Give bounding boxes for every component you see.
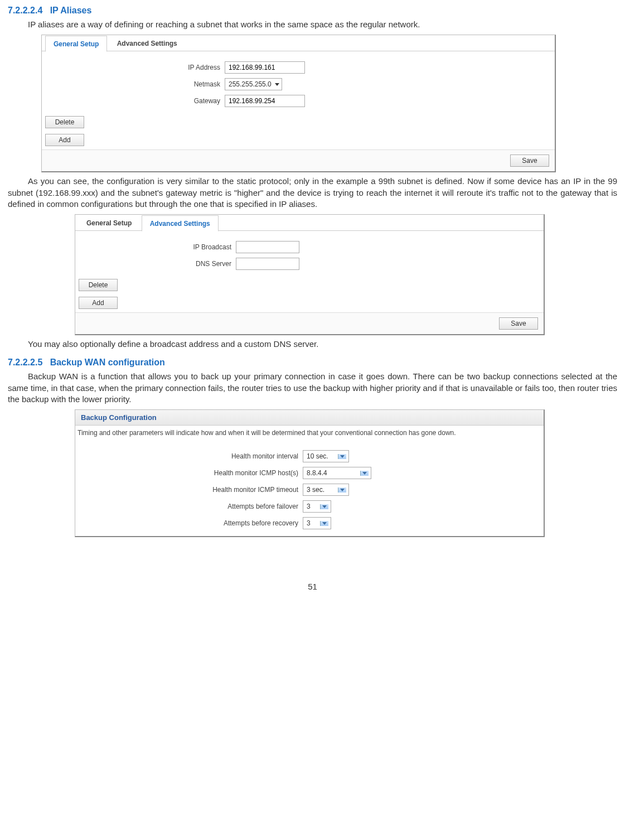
add-button[interactable]: Add bbox=[45, 134, 84, 146]
select-recovery[interactable]: 3 bbox=[303, 517, 331, 529]
row-recovery: Attempts before recovery 3 bbox=[75, 517, 544, 529]
select-netmask-value: 255.255.255.0 bbox=[229, 80, 272, 88]
section-heading-ip-aliases: 7.2.2.2.4 IP Aliases bbox=[8, 6, 617, 16]
input-ip-address[interactable] bbox=[225, 61, 305, 74]
label-health-timeout: Health monitor ICMP timeout bbox=[75, 486, 303, 494]
panel-note: Timing and other parameters will indicat… bbox=[75, 426, 544, 440]
tab-bar: General Setup Advanced Settings bbox=[42, 35, 555, 51]
add-button[interactable]: Add bbox=[79, 297, 118, 309]
paragraph: You may also optionally define a broadca… bbox=[8, 339, 617, 350]
label-gateway: Gateway bbox=[42, 97, 225, 105]
select-health-interval[interactable]: 10 sec. bbox=[303, 450, 349, 462]
tab-advanced-settings[interactable]: Advanced Settings bbox=[142, 215, 219, 231]
backup-configuration-panel: Backup Configuration Timing and other pa… bbox=[75, 409, 545, 537]
select-health-timeout[interactable]: 3 sec. bbox=[303, 484, 349, 496]
page-number: 51 bbox=[8, 582, 617, 591]
section-heading-backup-wan: 7.2.2.2.5 Backup WAN configuration bbox=[8, 358, 617, 368]
label-health-interval: Health monitor interval bbox=[75, 452, 303, 460]
select-value: 3 bbox=[307, 503, 317, 510]
heading-number: 7.2.2.2.4 bbox=[8, 6, 42, 15]
select-netmask[interactable]: 255.255.255.0 bbox=[225, 78, 282, 90]
select-failover[interactable]: 3 bbox=[303, 500, 331, 513]
chevron-down-icon bbox=[322, 505, 327, 508]
save-bar: Save bbox=[75, 312, 544, 334]
panel-title: Backup Configuration bbox=[75, 410, 544, 426]
heading-number: 7.2.2.2.5 bbox=[8, 358, 42, 367]
save-bar: Save bbox=[42, 149, 555, 171]
label-health-host: Health monitor ICMP host(s) bbox=[75, 469, 303, 477]
input-dns-server[interactable] bbox=[236, 258, 299, 270]
label-ip-broadcast: IP Broadcast bbox=[75, 243, 236, 251]
chevron-down-icon bbox=[275, 83, 279, 86]
save-button[interactable]: Save bbox=[499, 317, 538, 330]
row-gateway: Gateway bbox=[42, 95, 555, 107]
chevron-down-icon bbox=[340, 489, 345, 491]
delete-button[interactable]: Delete bbox=[79, 279, 118, 291]
chevron-down-icon bbox=[340, 455, 345, 458]
label-netmask: Netmask bbox=[42, 80, 225, 88]
select-value: 3 bbox=[307, 519, 317, 527]
tab-general-setup[interactable]: General Setup bbox=[45, 36, 107, 52]
row-health-host: Health monitor ICMP host(s) 8.8.4.4 bbox=[75, 467, 544, 479]
row-ip-broadcast: IP Broadcast bbox=[75, 241, 544, 253]
select-health-host[interactable]: 8.8.4.4 bbox=[303, 467, 371, 479]
row-netmask: Netmask 255.255.255.0 bbox=[42, 78, 555, 90]
select-value: 3 sec. bbox=[307, 486, 335, 494]
select-value: 10 sec. bbox=[307, 452, 335, 460]
input-gateway[interactable] bbox=[225, 95, 305, 107]
heading-text: IP Aliases bbox=[50, 6, 92, 15]
row-failover: Attempts before failover 3 bbox=[75, 500, 544, 513]
paragraph: Backup WAN is a function that allows you… bbox=[8, 371, 617, 405]
row-dns-server: DNS Server bbox=[75, 258, 544, 270]
label-recovery: Attempts before recovery bbox=[75, 519, 303, 527]
delete-button[interactable]: Delete bbox=[45, 116, 84, 128]
tab-advanced-settings[interactable]: Advanced Settings bbox=[109, 36, 185, 51]
row-health-timeout: Health monitor ICMP timeout 3 sec. bbox=[75, 484, 544, 496]
ip-alias-advanced-panel: General Setup Advanced Settings IP Broad… bbox=[75, 214, 545, 335]
row-ip-address: IP Address bbox=[42, 61, 555, 74]
select-value: 8.8.4.4 bbox=[307, 469, 357, 477]
paragraph: IP aliases are a way of defining or reac… bbox=[8, 19, 617, 30]
label-dns-server: DNS Server bbox=[75, 260, 236, 268]
ip-alias-general-panel: General Setup Advanced Settings IP Addre… bbox=[41, 35, 556, 172]
tab-general-setup[interactable]: General Setup bbox=[79, 215, 139, 230]
paragraph: As you can see, the configuration is ver… bbox=[8, 176, 617, 210]
tab-bar: General Setup Advanced Settings bbox=[75, 215, 544, 231]
chevron-down-icon bbox=[362, 472, 367, 475]
input-ip-broadcast[interactable] bbox=[236, 241, 299, 253]
chevron-down-icon bbox=[322, 522, 327, 525]
row-health-interval: Health monitor interval 10 sec. bbox=[75, 450, 544, 462]
label-ip-address: IP Address bbox=[42, 64, 225, 71]
heading-text: Backup WAN configuration bbox=[50, 358, 165, 367]
label-failover: Attempts before failover bbox=[75, 503, 303, 510]
save-button[interactable]: Save bbox=[510, 155, 549, 167]
